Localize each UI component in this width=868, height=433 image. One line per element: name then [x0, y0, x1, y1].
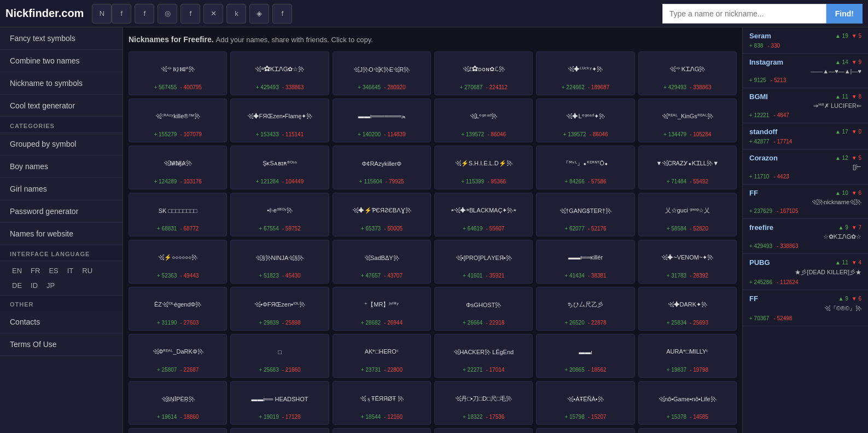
- name-card[interactable]: ŞᴋSᴀʙɪʀᴮᴼˢˢ + 121284 - 104449: [230, 146, 329, 189]
- name-card[interactable]: ꧁⚡S.H.I.E.L.D⚡꧂ + 115399 - 95366: [434, 146, 533, 189]
- header-icon-f2[interactable]: f: [135, 4, 154, 24]
- lang-ru[interactable]: RU: [80, 265, 95, 276]
- lang-it[interactable]: IT: [65, 265, 76, 276]
- name-card[interactable]: ꧁ᴿᴱᴬᴸ_KinGsᴿᴱᴬᴸ꧂ + 134479 - 105284: [638, 99, 737, 142]
- name-card[interactable]: ꧁§꧂NINJA꧁§꧂ + 51823 - 45430: [230, 240, 329, 284]
- name-card[interactable]: ꧁nô•Game•nô•Life꧂ + 15378 - 14585: [638, 381, 737, 425]
- name-card[interactable]: ꧁༺ᏦᏆᏁᏀ꧂ + 429493 - 338863: [638, 51, 737, 95]
- name-card[interactable]: ꧁J꧂O꧁K꧂E꧁R꧂ + 346645 - 280920: [333, 51, 431, 95]
- right-panel-item[interactable]: freefire ▲ 9 ▼ 7 ☆✿ᏦᏆᏁᏀ✿☆ + 429493 - 338…: [743, 219, 868, 254]
- name-card[interactable]: ΦsGHOST꧂ + 26664 - 22918: [434, 287, 533, 331]
- sidebar-item-contacts[interactable]: Contacts: [0, 311, 123, 333]
- name-card[interactable]: □□□□SpartaN□□□ + 13000 - 11000: [434, 428, 533, 433]
- header-icon-circle[interactable]: ◎: [158, 4, 177, 24]
- name-card[interactable]: AURAᵒ□MILLYᶜ + 19837 - 19798: [638, 334, 737, 378]
- right-stat-up: + 70367: [749, 315, 769, 321]
- name-card[interactable]: ꧁N̷I̷N̷J̷A̷꧂ + 124289 - 103176: [129, 146, 227, 189]
- right-panel-item[interactable]: Corazon ▲ 12 ▼ 5 []⊢ + 11710 - 4423: [743, 149, 868, 184]
- lang-en[interactable]: EN: [10, 265, 24, 276]
- name-card[interactable]: SK □□□□□□□□ + 68831 - 68772: [129, 193, 227, 236]
- right-panel-item[interactable]: Seram ▲ 19 ▼ 5 + 838 - 330: [743, 27, 868, 54]
- name-card[interactable]: ▬▬ι══ᴋillér + 41434 - 38381: [536, 240, 634, 284]
- name-card[interactable]: ꧁✦Lᵉᵍᵉⁿᵈ✦꧂ + 139572 - 86046: [536, 99, 634, 142]
- name-card[interactable]: ꧁༺ℕℐℕℑᴬ꧂ + 567455 - 400795: [129, 51, 227, 95]
- name-card[interactable]: 『VLT』°βℜ¥Ñ€ + 15356 - 12498: [129, 428, 227, 433]
- name-card[interactable]: ꧁•ÀŦËÑÀ•꧂ + 15798 - 15207: [536, 381, 634, 425]
- sidebar-item-fancy[interactable]: Fancy text symbols: [0, 27, 123, 50]
- name-card[interactable]: ꧁Φᴿᴱᴬᴸ_DaRKΦ꧂ + 25807 - 22687: [129, 334, 227, 378]
- name-card[interactable]: ꧁ÀŞÀŞŞINSBLÀÇK꧂ + 15000 - 13000: [333, 428, 431, 433]
- name-card[interactable]: ⦁ℓ◦e⁰ᴮᴼʸ꧂ + 67554 - 59752: [230, 193, 329, 236]
- name-card[interactable]: ▬▬ι═══════ﺤ + 140200 - 114839: [333, 99, 431, 142]
- header-icon-diamond[interactable]: ◈: [249, 4, 269, 24]
- name-card[interactable]: ꧁☆✿ᏦᏆᏁᏀ✿☆꧂ + 429493 - 338863: [230, 51, 329, 95]
- right-panel-item[interactable]: Instagram ▲ 14 ▼ 9 ——▲—♥—▲|—♥ + 9125 - 5…: [743, 54, 868, 88]
- name-card[interactable]: ꧁•[PRO]PLΛYEЯ•꧂ + 41601 - 35921: [434, 240, 533, 284]
- right-panel-item[interactable]: BGMI ▲ 11 ▼ 8 ⇒ᴹᴿ✗ LUCIFER⇐ + 12221 - 48…: [743, 88, 868, 123]
- name-card[interactable]: ꧁†GANG$TER†꧂ + 62077 - 52176: [536, 193, 634, 236]
- right-panel-item[interactable]: FF ▲ 10 ▼ 6 ꧁꧂nickname꧁꧂ + 237629 - 1671…: [743, 184, 868, 219]
- name-text: 乂☆guci ᵍᵃⁿᵍ☆乂: [665, 198, 710, 223]
- header-icon-f1[interactable]: f: [112, 4, 131, 24]
- name-card[interactable]: ꧁✦⚡ƤЄЯƧЄBΛƔ꧂ + 65373 - 50005: [333, 193, 431, 236]
- name-card[interactable]: 乂☆guci ᵍᵃⁿᵍ☆乂 + 58584 - 52820: [638, 193, 737, 236]
- name-card[interactable]: ꧁Lᵉᵍᵉⁿᵈ꧂ + 139572 - 86046: [434, 99, 533, 142]
- name-card[interactable]: ꧁SadBΔY꧂ + 47657 - 43707: [333, 240, 431, 284]
- name-card[interactable]: ▼꧁ᏟᏒᎪᏃᎩ⬥ᏦᏆᏞᏞ꧂▼ + 71484 - 55492: [638, 146, 737, 189]
- sidebar-item-cool[interactable]: Cool text generator: [0, 95, 123, 117]
- right-item-rank: ▲ 10 ▼ 6: [835, 190, 861, 196]
- right-panel-item[interactable]: standoff ▲ 17 ▼ 0 + 42877 - 17714: [743, 123, 868, 149]
- lang-fr[interactable]: FR: [28, 265, 42, 276]
- lang-de[interactable]: DE: [10, 280, 24, 291]
- name-card[interactable]: ꧁šŅĪPÈŖ꧂ + 19614 - 18860: [129, 381, 227, 425]
- name-card[interactable]: ꧁$ЄЯIGo□□•刀□꧂ + 14500 - 14050: [230, 428, 329, 433]
- name-card[interactable]: ちひ厶尺乙彡 + 26520 - 22878: [536, 287, 634, 331]
- right-item-rank: ▲ 9 ▼ 6: [838, 296, 862, 302]
- sidebar-item-boy[interactable]: Boy names: [0, 155, 123, 178]
- name-card[interactable]: ꧁丹□•刀□D□尺□毛꧂ + 18322 - 17536: [434, 381, 533, 425]
- name-card[interactable]: ꧁✦DARK✦꧂ + 25834 - 25693: [638, 287, 737, 331]
- name-text: ▬▬ι: [579, 339, 592, 365]
- name-card[interactable]: ▬▬ι + 20865 - 18562: [536, 334, 634, 378]
- name-card[interactable]: AKᵒ□HEROᶜ + 23731 - 22800: [333, 334, 431, 378]
- name-card[interactable]: ꧁ᶜᴿᴬᶻʸkille®™꧂ + 155279 - 107079: [129, 99, 227, 142]
- header-icon-f4[interactable]: f: [272, 4, 292, 24]
- header-icon-k[interactable]: k: [226, 4, 246, 24]
- name-card[interactable]: □ + 25683 - 21660: [230, 334, 329, 378]
- right-panel-item[interactable]: PUBG ▲ 11 ▼ 4 ★彡[DEAD KILLER]彡★ + 245286…: [743, 254, 868, 290]
- name-card[interactable]: ꧁ℒ✿ᴅᴏɴ✿ℒ꧂ + 270687 - 224312: [434, 51, 533, 95]
- name-card[interactable]: ★꧁✦☆BᏞACKMAÇ✦꧂★ + 64619 - 55607: [434, 193, 533, 236]
- sidebar-item-grouped[interactable]: Grouped by symbol: [0, 133, 123, 155]
- logo[interactable]: Nickfinder.com: [5, 7, 84, 20]
- sidebar-item-terms[interactable]: Terms Of Use: [0, 333, 123, 356]
- name-card[interactable]: §ŦŘeXiN꧂□ + 11000 - 8000: [638, 428, 737, 433]
- search-input[interactable]: [662, 4, 826, 24]
- name-card[interactable]: ꧁ ᶊ ŦËЯЯØŦ ꧂ + 18544 - 12160: [333, 381, 431, 425]
- name-card[interactable]: ꧁⚡⊙⊙⊙⊙⊙⊙꧂ + 52363 - 49443: [129, 240, 227, 284]
- header-icon-n[interactable]: N: [92, 4, 112, 24]
- sidebar-item-password[interactable]: Password generator: [0, 200, 123, 223]
- header-icon-f3[interactable]: f: [180, 4, 200, 24]
- name-card[interactable]: ▬▬ι══ HEADSHOT + 19019 - 17128: [230, 381, 329, 425]
- sidebar-item-names-website[interactable]: Names for website: [0, 223, 123, 245]
- name-card[interactable]: ꧁✦~VENOM~✦꧂ + 31783 - 28392: [638, 240, 737, 284]
- lang-id[interactable]: ID: [28, 280, 40, 291]
- lang-es[interactable]: ES: [46, 265, 60, 276]
- name-card[interactable]: Φ¢RAzykillerΦ + 115604 - 79925: [333, 146, 431, 189]
- name-card[interactable]: ꧁HACKER꧂ LÉgEnd + 22271 - 17014: [434, 334, 533, 378]
- search-button[interactable]: Find!: [826, 4, 863, 24]
- name-card[interactable]: ⁺【MR】ᴶˢᶠᴿʸ + 28682 - 26944: [333, 287, 431, 331]
- name-card[interactable]: ꧁•ΦFЯŒzen•ᴵᴰᴸ꧂ + 29839 - 25898: [230, 287, 329, 331]
- name-card[interactable]: ꧁✦FЯŒzen•Flamę✦꧂ + 153433 - 115141: [230, 99, 329, 142]
- lang-jp[interactable]: JP: [44, 280, 57, 291]
- name-card[interactable]: ꧁✦ᴸᵁᶜᵏʸ✦꧂ + 224662 - 189687: [536, 51, 634, 95]
- name-card[interactable]: 『ᴹᵛᴸ』⬥ᴷᴱᴿᴺᵀÖ⬥ + 84266 - 57586: [536, 146, 634, 189]
- name-card[interactable]: svinnа ✓ + 12000 - 9000: [536, 428, 634, 433]
- sidebar-item-combine[interactable]: Combine two names: [0, 50, 123, 72]
- right-panel-item[interactable]: FF ▲ 9 ▼ 6 ꧁『©®©』꧂ + 70367 - 52498: [743, 290, 868, 326]
- sidebar-item-girl[interactable]: Girl names: [0, 178, 123, 200]
- name-stats: + 121284 - 104449: [256, 178, 304, 184]
- sidebar-item-nickname[interactable]: Nickname to symbols: [0, 72, 123, 95]
- name-card[interactable]: ÊZ꧁ᴵᴰᴸégendΦ꧂ + 31190 - 27603: [129, 287, 227, 331]
- header-icon-x[interactable]: ✕: [203, 4, 223, 24]
